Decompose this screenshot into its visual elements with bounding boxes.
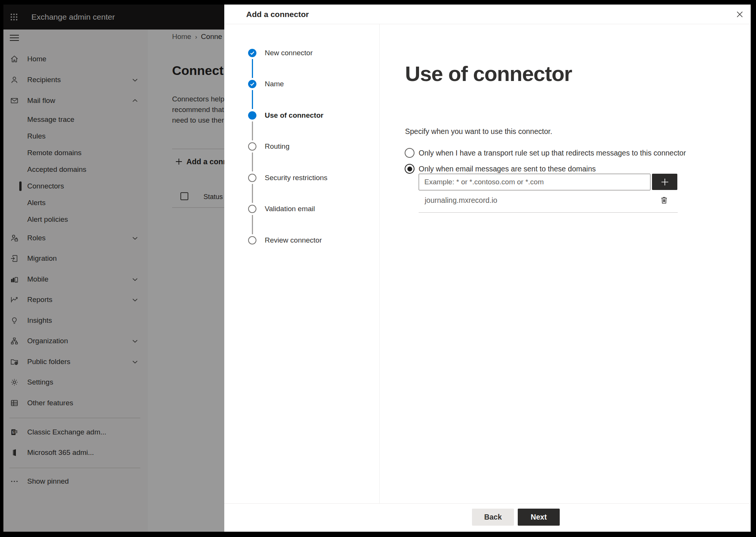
step-connector-line xyxy=(252,153,253,171)
app-window: Exchange admin center Home Recipients Ma… xyxy=(3,5,751,532)
step-connector-line xyxy=(252,59,253,78)
flyout-title: Add a connector xyxy=(246,5,309,24)
step-connector-line xyxy=(252,121,253,140)
trash-icon[interactable] xyxy=(659,195,669,205)
radio-selected-icon[interactable] xyxy=(405,164,414,174)
domain-input[interactable] xyxy=(419,174,650,190)
step-todo-icon xyxy=(248,205,256,213)
radio-unselected-icon[interactable] xyxy=(405,148,414,158)
wizard-step-use-of-connector[interactable]: Use of connector xyxy=(265,111,323,120)
wizard-step-routing[interactable]: Routing xyxy=(265,142,290,151)
radio-option-sent-to-domains[interactable]: Only when email messages are sent to the… xyxy=(405,164,596,174)
wizard-step-name[interactable]: Name xyxy=(265,80,284,88)
step-connector-line xyxy=(252,90,253,109)
next-button[interactable]: Next xyxy=(518,509,560,526)
wizard-content-divider xyxy=(379,24,380,503)
back-button[interactable]: Back xyxy=(472,509,514,526)
radio-option-transport-rule[interactable]: Only when I have a transport rule set up… xyxy=(405,148,686,158)
wizard-step-review-connector[interactable]: Review connector xyxy=(265,236,322,244)
step-todo-icon xyxy=(248,174,256,182)
add-connector-flyout: Add a connector New connector Name Use o… xyxy=(224,5,751,532)
domain-list-item: journaling.mxrecord.io xyxy=(425,196,497,205)
step-current-icon xyxy=(248,111,256,120)
add-domain-button[interactable] xyxy=(652,174,677,190)
flyout-header: Add a connector xyxy=(224,5,751,24)
step-todo-icon xyxy=(248,236,256,244)
step-connector-line xyxy=(252,215,253,234)
wizard-step-security-restrictions[interactable]: Security restrictions xyxy=(265,174,328,182)
close-icon[interactable] xyxy=(734,9,745,20)
domain-row-divider xyxy=(419,212,678,213)
footer-divider xyxy=(224,503,751,504)
step-todo-icon xyxy=(248,142,256,151)
panel-instruction: Specify when you want to use this connec… xyxy=(405,127,552,136)
step-connector-line xyxy=(252,184,253,203)
screenshot-frame: Exchange admin center Home Recipients Ma… xyxy=(0,0,756,537)
step-done-icon xyxy=(248,49,256,57)
wizard-step-new-connector[interactable]: New connector xyxy=(265,49,313,57)
wizard-step-validation-email[interactable]: Validation email xyxy=(265,205,315,213)
panel-heading: Use of connector xyxy=(405,61,572,86)
step-done-icon xyxy=(248,80,256,88)
